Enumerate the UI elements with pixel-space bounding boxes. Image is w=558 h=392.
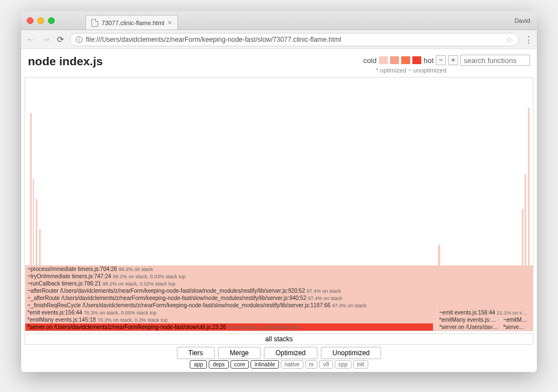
legend: cold hot − + * optimized ~ unoptimized — [363, 55, 530, 74]
flame-header: node index.js cold hot − + * optimized ~… — [28, 55, 530, 74]
site-info-icon[interactable]: i — [76, 36, 83, 43]
forward-button: → — [41, 34, 51, 45]
stack-frame[interactable]: *emitMany events.js:145:18 76.2% on stac… — [25, 316, 437, 323]
maximize-window-button[interactable] — [48, 17, 55, 24]
toolbar: ← → ⟳ i file:///Users/davidclements/z/ne… — [21, 30, 537, 49]
unoptimized-button[interactable]: Unoptimized — [321, 347, 382, 359]
address-bar[interactable]: i file:///Users/davidclements/z/nearForm… — [70, 33, 519, 46]
tier-init-button[interactable]: init — [353, 360, 368, 369]
tab-title: 73077.clinic-flame.html — [102, 20, 165, 26]
flamegraph[interactable]: *server.on /Users/davidclements/z/nearFo… — [25, 77, 533, 331]
stack-frame[interactable]: *server.on /Users/dav… — [437, 323, 501, 331]
browser-window: 73077.clinic-flame.html × David ← → ⟳ i … — [21, 11, 537, 372]
tab-strip: 73077.clinic-flame.html × — [85, 11, 178, 30]
all-stacks-bar[interactable]: all stacks — [25, 333, 533, 345]
stack-frame[interactable]: *emitMany events.js:… — [437, 316, 501, 323]
page-title: node index.js — [28, 55, 103, 68]
file-icon — [92, 19, 98, 27]
tier-v8-button[interactable]: v8 — [319, 360, 333, 369]
merge-button[interactable]: Merge — [218, 347, 261, 359]
stack-frame[interactable]: ~afterRouter /Users/davidclements/z/near… — [25, 287, 533, 294]
tier-rx-button[interactable]: rx — [305, 360, 318, 369]
legend-subtitle: * optimized ~ unoptimized — [376, 67, 446, 74]
minimize-window-button[interactable] — [37, 17, 44, 24]
zoom-out-button[interactable]: − — [436, 55, 446, 65]
profile-label[interactable]: David — [514, 17, 530, 24]
traffic-lights — [27, 17, 55, 24]
tier-deps-button[interactable]: deps — [209, 360, 229, 369]
browser-tab[interactable]: 73077.clinic-flame.html × — [85, 15, 178, 30]
tier-core-button[interactable]: core — [230, 360, 249, 369]
tier-inlinable-button[interactable]: inlinable — [251, 360, 279, 369]
swatch-hot — [412, 56, 421, 64]
back-button[interactable]: ← — [26, 34, 36, 45]
stack-frame[interactable]: ~emit events.js:156:44 21.1% on s… — [437, 309, 533, 316]
cold-label: cold — [363, 56, 377, 65]
titlebar: 73077.clinic-flame.html × David — [21, 11, 537, 30]
tier-app-button[interactable]: app — [190, 360, 207, 369]
zoom-in-button[interactable]: + — [448, 55, 458, 65]
tier-cpp-button[interactable]: cpp — [335, 360, 352, 369]
stack-frame[interactable]: ~processImmediate timers.js:704:26 98.2%… — [25, 265, 533, 273]
menu-button[interactable]: ⋮ — [525, 35, 532, 45]
swatch-cold — [379, 56, 388, 64]
swatch-warm1 — [390, 56, 399, 64]
page-content: node index.js cold hot − + * optimized ~… — [21, 49, 537, 372]
stack-frame[interactable]: ~_finishReqResCycle /Users/davidclements… — [25, 302, 533, 309]
hot-label: hot — [424, 56, 434, 65]
controls: Tiers Merge Optimized Unoptimized — [25, 347, 533, 359]
optimized-button[interactable]: Optimized — [264, 347, 318, 359]
stack-frame[interactable] — [433, 323, 437, 331]
close-tab-button[interactable]: × — [168, 18, 172, 27]
tiers-button[interactable]: Tiers — [177, 347, 215, 359]
search-input[interactable] — [460, 55, 530, 66]
stack-frame[interactable]: ~_afterRoute /Users/davidclements/z/near… — [25, 294, 533, 302]
tiers-row: appdepscoreinlinablenativerxv8cppinit — [25, 360, 533, 369]
swatch-warm2 — [401, 56, 410, 64]
url-text: file:///Users/davidclements/z/nearForm/k… — [86, 36, 341, 43]
stack-frame[interactable]: ~emitM… — [501, 316, 533, 323]
stack-frame[interactable]: ~runCallback timers.js:786:21 98.2% on s… — [25, 280, 533, 287]
close-window-button[interactable] — [27, 17, 33, 24]
stack-frame[interactable]: *emit events.js:156:44 76.3% on stack, 0… — [25, 309, 437, 316]
stack-frame[interactable]: *server.on /Users/davidclements/z/nearFo… — [25, 323, 433, 331]
stack-frames: *server.on /Users/davidclements/z/nearFo… — [25, 265, 533, 331]
reload-button[interactable]: ⟳ — [57, 35, 64, 45]
bookmark-icon[interactable]: ☆ — [506, 35, 513, 44]
stack-frame[interactable]: *serve… — [501, 323, 533, 331]
stack-frame[interactable]: ~tryOnImmediate timers.js:747:24 98.2% o… — [25, 273, 533, 280]
tier-native-button[interactable]: native — [281, 360, 304, 369]
